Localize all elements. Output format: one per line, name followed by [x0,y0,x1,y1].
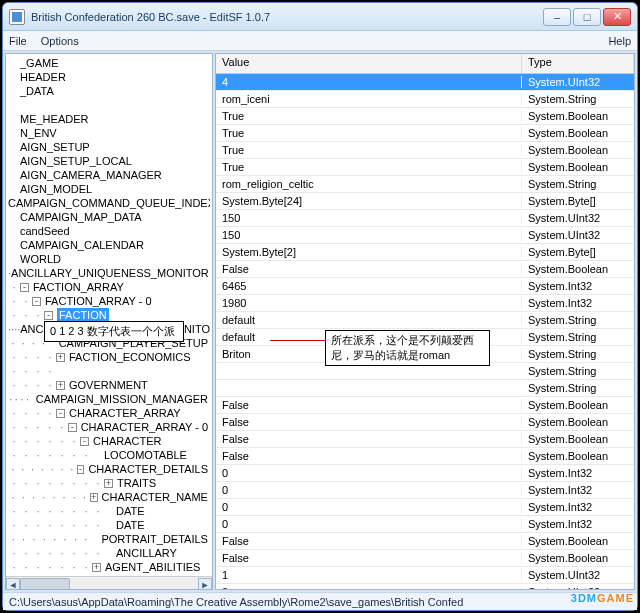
tree-node[interactable]: ········DATE [8,504,208,518]
table-row[interactable]: 0System.Int32 [216,465,634,482]
collapse-icon[interactable]: - [32,297,41,306]
tree-node[interactable]: AIGN_SETUP [8,140,208,154]
tree-node[interactable]: ········+CHARACTER_NAME [8,490,208,504]
tree-node[interactable] [8,98,208,112]
menu-help[interactable]: Help [608,35,631,47]
tree-node[interactable]: ········ANCILLARY [8,546,208,560]
table-row[interactable]: 6465System.Int32 [216,278,634,295]
tree-node[interactable]: ···· [8,364,208,378]
collapse-icon[interactable]: - [56,409,65,418]
expand-icon[interactable]: + [56,381,65,390]
tree-node[interactable]: WORLD [8,252,208,266]
table-row[interactable]: FalseSystem.Boolean [216,550,634,567]
tree-label: CHARACTER [93,434,161,448]
tree-node[interactable]: ·····-CHARACTER_ARRAY - 0 [8,420,208,434]
col-value[interactable]: Value [216,54,522,73]
expand-icon[interactable]: + [92,563,101,572]
table-row[interactable]: 1System.UInt32 [216,567,634,584]
tree-node[interactable]: ····-CHARACTER_ARRAY [8,406,208,420]
tree-node[interactable]: ·-FACTION_ARRAY [8,280,208,294]
table-row[interactable]: defaultSystem.String [216,312,634,329]
table-row[interactable]: FalseSystem.Boolean [216,397,634,414]
tree-node[interactable]: ········DATE [8,518,208,532]
table-row[interactable]: 150System.UInt32 [216,210,634,227]
maximize-button[interactable]: □ [573,8,601,26]
tree-label: AIGN_SETUP_LOCAL [20,154,132,168]
tree-node[interactable]: HEADER [8,70,208,84]
table-row[interactable]: 4System.UInt32 [216,74,634,91]
table-row[interactable]: 150System.UInt32 [216,227,634,244]
cell-value: True [216,127,522,139]
collapse-icon[interactable]: - [80,437,89,446]
tree-node[interactable]: ·······+AGENT_ABILITIES [8,560,208,574]
table-row[interactable]: 1980System.Int32 [216,295,634,312]
expand-icon[interactable]: + [56,353,65,362]
menu-options[interactable]: Options [41,35,79,47]
col-type[interactable]: Type [522,54,634,73]
tree-node[interactable]: candSeed [8,224,208,238]
titlebar[interactable]: British Confederation 260 BC.save - Edit… [3,3,637,31]
table-row[interactable]: TrueSystem.Boolean [216,159,634,176]
tree-node[interactable]: ···-FACTION [8,308,208,322]
table-row[interactable]: TrueSystem.Boolean [216,108,634,125]
tree-hscrollbar[interactable]: ◄ ► [6,576,212,589]
tree-node[interactable]: _GAME [8,56,208,70]
scroll-thumb[interactable] [20,578,70,590]
tree-node[interactable]: ··-FACTION_ARRAY - 0 [8,294,208,308]
collapse-icon[interactable]: - [68,423,77,432]
tree-node[interactable]: ····+GOVERNMENT [8,378,208,392]
tree-node[interactable]: ······-CHARACTER [8,434,208,448]
collapse-icon[interactable]: - [77,465,85,474]
table-row[interactable]: FalseSystem.Boolean [216,533,634,550]
tree-node[interactable]: AIGN_MODEL [8,182,208,196]
tree-node[interactable]: ·ANCILLARY_UNIQUENESS_MONITOR [8,266,208,280]
menu-file[interactable]: File [9,35,27,47]
table-row[interactable]: System.String [216,380,634,397]
table-row[interactable]: FalseSystem.Boolean [216,431,634,448]
app-icon [9,9,25,25]
tree-node[interactable]: AIGN_SETUP_LOCAL [8,154,208,168]
tree-node[interactable]: CAMPAIGN_CALENDAR [8,238,208,252]
tree-node[interactable]: ········+TRAITS [8,476,208,490]
table-row[interactable]: rom_iceniSystem.String [216,91,634,108]
cell-value: False [216,399,522,411]
tree-node[interactable]: ····+FACTION_ECONOMICS [8,350,208,364]
tree-node[interactable]: N_ENV [8,126,208,140]
tree-node[interactable]: ·······LOCOMOTABLE [8,448,208,462]
table-pane: Value Type 4System.UInt32rom_iceniSystem… [215,53,635,590]
table-row[interactable]: System.Byte[24]System.Byte[] [216,193,634,210]
tree-node[interactable]: ········PORTRAIT_DETAILS [8,532,208,546]
tree-node[interactable]: ·······-CHARACTER_DETAILS [8,462,208,476]
scroll-right-icon[interactable]: ► [198,578,212,590]
cell-value: False [216,416,522,428]
cell-type: System.Int32 [522,518,634,530]
table-row[interactable]: TrueSystem.Boolean [216,142,634,159]
cell-type: System.String [522,348,634,360]
table-row[interactable]: 0System.Int32 [216,516,634,533]
collapse-icon[interactable]: - [44,311,53,320]
table-row[interactable]: FalseSystem.Boolean [216,414,634,431]
cell-value: False [216,433,522,445]
expand-icon[interactable]: + [104,479,113,488]
tree-node[interactable]: AIGN_CAMERA_MANAGER [8,168,208,182]
tree-node[interactable]: ME_HEADER [8,112,208,126]
tree-label: _GAME [20,56,59,70]
table-row[interactable]: System.Byte[2]System.Byte[] [216,244,634,261]
tree-view[interactable]: _GAMEHEADER_DATAME_HEADERN_ENVAIGN_SETUP… [6,54,210,576]
collapse-icon[interactable]: - [20,283,29,292]
table-row[interactable]: 0System.Int32 [216,482,634,499]
table-row[interactable]: FalseSystem.Boolean [216,448,634,465]
table-row[interactable]: rom_religion_celticSystem.String [216,176,634,193]
tree-node[interactable]: CAMPAIGN_COMMAND_QUEUE_INDEX_TABLES [8,196,208,210]
tree-node[interactable]: CAMPAIGN_MAP_DATA [8,210,208,224]
table-row[interactable]: 0System.Int32 [216,499,634,516]
scroll-left-icon[interactable]: ◄ [6,578,20,590]
close-button[interactable]: ✕ [603,8,631,26]
expand-icon[interactable]: + [90,493,98,502]
cell-type: System.Boolean [522,263,634,275]
tree-node[interactable]: ····CAMPAIGN_MISSION_MANAGER [8,392,208,406]
minimize-button[interactable]: – [543,8,571,26]
table-row[interactable]: FalseSystem.Boolean [216,261,634,278]
table-row[interactable]: TrueSystem.Boolean [216,125,634,142]
tree-node[interactable]: _DATA [8,84,208,98]
